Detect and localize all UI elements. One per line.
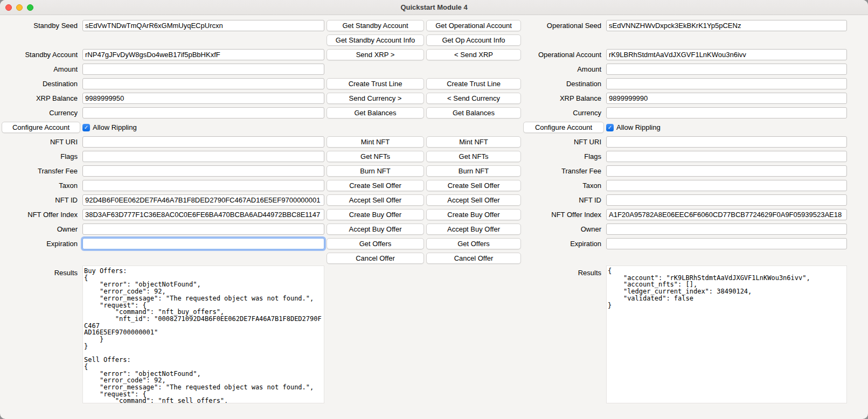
operational-seed-input[interactable] <box>606 20 847 31</box>
operational-expiration-label: Expiration <box>523 240 604 248</box>
get-standby-account-info-button[interactable]: Get Standby Account Info <box>327 34 424 46</box>
standby-taxon-input[interactable] <box>82 180 324 191</box>
accept-buy-offer-standby-button[interactable]: Accept Buy Offer <box>327 224 424 235</box>
operational-destination-label: Destination <box>523 80 604 88</box>
close-button[interactable] <box>5 4 12 11</box>
send-currency-standby-button[interactable]: Send Currency > <box>327 93 424 104</box>
standby-amount-label: Amount <box>2 65 80 73</box>
titlebar: Quickstart Module 4 <box>0 0 868 15</box>
get-nfts-standby-button[interactable]: Get NFTs <box>327 151 424 162</box>
get-standby-account-button[interactable]: Get Standby Account <box>327 20 424 31</box>
standby-xrp-balance-input[interactable] <box>82 93 324 104</box>
standby-account-label: Standby Account <box>2 51 80 59</box>
operational-owner-label: Owner <box>523 225 604 233</box>
operational-owner-input[interactable] <box>606 224 847 235</box>
operational-flags-input[interactable] <box>606 151 847 162</box>
main-content: Standby Seed Get Standby Account Get Ope… <box>0 15 868 406</box>
operational-amount-label: Amount <box>523 65 604 73</box>
accept-sell-offer-standby-button[interactable]: Accept Sell Offer <box>327 194 424 206</box>
operational-results-text[interactable]: { "account": "rK9LBRhStdmtAaVdJXGVF1LnKW… <box>606 266 847 403</box>
operational-account-label: Operational Account <box>523 51 604 59</box>
standby-allow-rippling-label: Allow Rippling <box>93 123 137 131</box>
cancel-offer-operational-button[interactable]: Cancel Offer <box>426 253 521 264</box>
standby-nft-id-input[interactable] <box>82 194 324 206</box>
operational-currency-input[interactable] <box>606 107 847 118</box>
mint-nft-standby-button[interactable]: Mint NFT <box>327 136 424 148</box>
operational-flags-label: Flags <box>523 152 604 160</box>
get-balances-standby-button[interactable]: Get Balances <box>327 107 424 118</box>
burn-nft-operational-button[interactable]: Burn NFT <box>426 165 521 177</box>
standby-nft-uri-label: NFT URI <box>2 138 80 146</box>
send-xrp-operational-button[interactable]: < Send XRP <box>426 49 521 60</box>
send-xrp-standby-button[interactable]: Send XRP > <box>327 49 424 60</box>
standby-currency-input[interactable] <box>82 107 324 118</box>
standby-seed-input[interactable] <box>82 20 324 31</box>
standby-results-label: Results <box>2 266 80 277</box>
app-window: Quickstart Module 4 Standby Seed Get Sta… <box>0 0 868 419</box>
standby-destination-label: Destination <box>2 80 80 88</box>
operational-transfer-fee-label: Transfer Fee <box>523 167 604 175</box>
standby-allow-rippling: Allow Rippling <box>82 123 324 131</box>
get-nfts-operational-button[interactable]: Get NFTs <box>426 151 521 162</box>
traffic-lights <box>0 4 33 11</box>
operational-xrp-balance-input[interactable] <box>606 93 847 104</box>
get-offers-standby-button[interactable]: Get Offers <box>327 238 424 249</box>
standby-seed-label: Standby Seed <box>2 22 80 30</box>
standby-nft-uri-input[interactable] <box>82 136 324 148</box>
get-balances-operational-button[interactable]: Get Balances <box>426 107 521 118</box>
standby-nft-offer-index-label: NFT Offer Index <box>2 211 80 219</box>
standby-expiration-input[interactable] <box>82 238 324 249</box>
standby-flags-input[interactable] <box>82 151 324 162</box>
standby-allow-rippling-checkbox[interactable] <box>82 124 90 131</box>
operational-allow-rippling: Allow Rippling <box>606 123 847 131</box>
create-trust-line-standby-button[interactable]: Create Trust Line <box>327 78 424 89</box>
get-op-account-info-button[interactable]: Get Op Account Info <box>426 34 521 46</box>
minimize-button[interactable] <box>16 4 23 11</box>
zoom-button[interactable] <box>27 4 33 11</box>
accept-sell-offer-operational-button[interactable]: Accept Sell Offer <box>426 194 521 206</box>
get-offers-operational-button[interactable]: Get Offers <box>426 238 521 249</box>
standby-owner-label: Owner <box>2 225 80 233</box>
operational-taxon-input[interactable] <box>606 180 847 191</box>
operational-destination-input[interactable] <box>606 78 847 89</box>
get-operational-account-button[interactable]: Get Operational Account <box>426 20 521 31</box>
operational-configure-account-button[interactable]: Configure Account <box>523 122 604 133</box>
cancel-offer-standby-button[interactable]: Cancel Offer <box>327 253 424 264</box>
create-sell-offer-operational-button[interactable]: Create Sell Offer <box>426 180 521 191</box>
operational-nft-offer-index-input[interactable] <box>606 209 847 220</box>
operational-nft-uri-input[interactable] <box>606 136 847 148</box>
standby-owner-input[interactable] <box>82 224 324 235</box>
create-buy-offer-operational-button[interactable]: Create Buy Offer <box>426 209 521 220</box>
operational-allow-rippling-label: Allow Rippling <box>616 123 661 131</box>
standby-flags-label: Flags <box>2 152 80 160</box>
operational-nft-id-label: NFT ID <box>523 196 604 204</box>
standby-currency-label: Currency <box>2 109 80 117</box>
operational-xrp-balance-label: XRP Balance <box>523 94 604 102</box>
create-buy-offer-standby-button[interactable]: Create Buy Offer <box>327 209 424 220</box>
operational-transfer-fee-input[interactable] <box>606 165 847 177</box>
accept-buy-offer-operational-button[interactable]: Accept Buy Offer <box>426 224 521 235</box>
standby-nft-offer-index-input[interactable] <box>82 209 324 220</box>
operational-nft-id-input[interactable] <box>606 194 847 206</box>
burn-nft-standby-button[interactable]: Burn NFT <box>327 165 424 177</box>
standby-amount-input[interactable] <box>82 64 324 75</box>
standby-transfer-fee-label: Transfer Fee <box>2 167 80 175</box>
standby-xrp-balance-label: XRP Balance <box>2 94 80 102</box>
window-title: Quickstart Module 4 <box>0 3 868 11</box>
send-currency-operational-button[interactable]: < Send Currency <box>426 93 521 104</box>
operational-account-input[interactable] <box>606 49 847 60</box>
operational-results-label: Results <box>523 266 604 277</box>
standby-configure-account-button[interactable]: Configure Account <box>2 122 80 133</box>
standby-destination-input[interactable] <box>82 78 324 89</box>
standby-nft-id-label: NFT ID <box>2 196 80 204</box>
operational-expiration-input[interactable] <box>606 238 847 249</box>
operational-amount-input[interactable] <box>606 64 847 75</box>
operational-allow-rippling-checkbox[interactable] <box>606 124 614 131</box>
create-trust-line-operational-button[interactable]: Create Trust Line <box>426 78 521 89</box>
standby-transfer-fee-input[interactable] <box>82 165 324 177</box>
operational-nft-uri-label: NFT URI <box>523 138 604 146</box>
standby-results-text[interactable]: Buy Offers: { "error": "objectNotFound",… <box>82 266 324 403</box>
create-sell-offer-standby-button[interactable]: Create Sell Offer <box>327 180 424 191</box>
mint-nft-operational-button[interactable]: Mint NFT <box>426 136 521 148</box>
standby-account-input[interactable] <box>82 49 324 60</box>
